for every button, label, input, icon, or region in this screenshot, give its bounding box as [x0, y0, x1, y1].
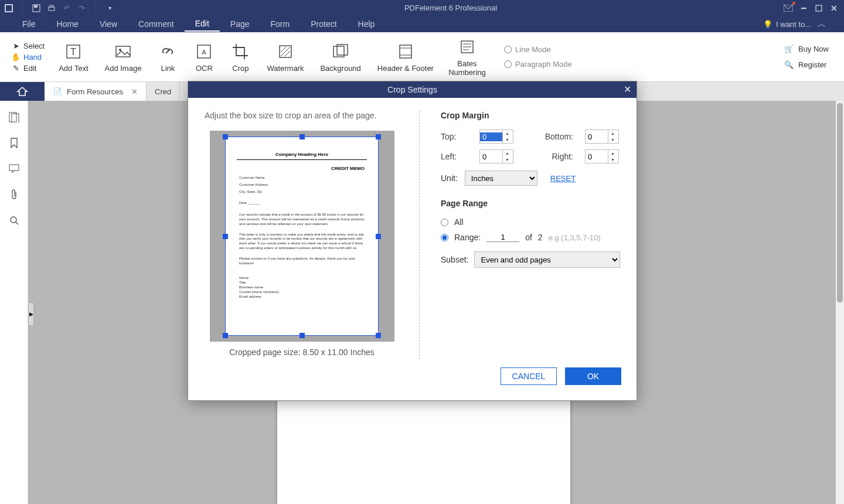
- svg-rect-4: [49, 7, 55, 11]
- spin-down-icon[interactable]: ▼: [503, 156, 512, 163]
- range-of-label: of: [525, 233, 532, 242]
- svg-point-11: [119, 49, 121, 51]
- search-icon[interactable]: [8, 214, 20, 226]
- range-from-input[interactable]: [486, 233, 519, 242]
- menu-page[interactable]: Page: [220, 17, 260, 31]
- line-mode-input[interactable]: [504, 46, 512, 53]
- link-button[interactable]: Link: [149, 39, 186, 75]
- qat-dropdown-icon[interactable]: ▾: [106, 4, 114, 12]
- right-spinner[interactable]: ▲▼: [585, 149, 619, 164]
- dialog-close-button[interactable]: ✕: [621, 83, 633, 95]
- thumbnails-icon[interactable]: [8, 111, 20, 123]
- bates-icon: [457, 37, 477, 57]
- collapse-ribbon-icon[interactable]: ︿: [811, 18, 832, 30]
- menu-edit[interactable]: Edit: [185, 16, 220, 32]
- spin-up-icon[interactable]: ▲: [503, 130, 512, 137]
- range-total: 2: [538, 233, 543, 242]
- crop-button[interactable]: Crop: [222, 39, 258, 75]
- spin-down-icon[interactable]: ▼: [608, 137, 617, 143]
- undo-icon[interactable]: ↶: [63, 4, 71, 12]
- edit-tool[interactable]: ✎Edit: [12, 64, 45, 73]
- hand-tool[interactable]: ✋Hand: [12, 53, 45, 62]
- expand-left-handle[interactable]: ▶: [28, 302, 34, 326]
- range-all-radio[interactable]: [441, 219, 448, 226]
- crop-handle-bl[interactable]: [223, 333, 228, 338]
- paragraph-mode-input[interactable]: [504, 60, 512, 68]
- menu-protect[interactable]: Protect: [300, 17, 347, 31]
- menu-comment[interactable]: Comment: [128, 17, 185, 31]
- range-custom-radio[interactable]: [441, 234, 448, 241]
- background-button[interactable]: Background: [312, 39, 369, 75]
- attachments-icon[interactable]: [8, 189, 20, 200]
- spin-down-icon[interactable]: ▼: [608, 156, 617, 163]
- bates-numbering-button[interactable]: Bates Numbering: [442, 35, 492, 79]
- close-button[interactable]: ✕: [829, 3, 839, 13]
- i-want-to-button[interactable]: 💡 I want to...: [763, 20, 811, 29]
- ocr-button[interactable]: AOCR: [186, 39, 222, 75]
- reset-link[interactable]: RESET: [550, 174, 576, 183]
- comments-icon[interactable]: [8, 163, 20, 175]
- crop-preview[interactable]: Company Heading Here CREDIT MEMO Custome…: [210, 131, 394, 342]
- close-tab-icon[interactable]: ✕: [131, 87, 138, 96]
- bookmark-icon[interactable]: [8, 137, 20, 149]
- tab-form-resources[interactable]: 📄 Form Resources ✕: [45, 82, 147, 101]
- menu-form[interactable]: Form: [260, 17, 301, 31]
- watermark-button[interactable]: Watermark: [258, 39, 312, 75]
- unit-select[interactable]: Inches: [465, 171, 537, 186]
- select-tool[interactable]: ➤Select: [12, 42, 45, 50]
- add-image-button[interactable]: Add Image: [97, 39, 150, 75]
- line-mode-radio[interactable]: Line Mode: [504, 45, 572, 54]
- crop-handle-ml[interactable]: [223, 234, 228, 239]
- buy-now-link[interactable]: 🛒Buy Now: [784, 45, 829, 53]
- link-label: Link: [161, 64, 175, 73]
- crop-handle-tl[interactable]: [223, 134, 228, 139]
- redo-icon[interactable]: ↷: [78, 4, 86, 12]
- add-text-label: Add Text: [59, 64, 88, 73]
- cursor-icon: ➤: [12, 42, 20, 50]
- header-footer-button[interactable]: Header & Footer: [369, 39, 442, 75]
- maximize-button[interactable]: [814, 3, 824, 13]
- menu-home[interactable]: Home: [46, 17, 89, 31]
- svg-rect-10: [116, 46, 130, 57]
- crop-rectangle[interactable]: [225, 137, 379, 336]
- print-icon[interactable]: [47, 4, 56, 12]
- svg-rect-29: [9, 165, 19, 171]
- svg-rect-5: [50, 5, 53, 7]
- left-label: Left:: [441, 152, 468, 161]
- add-text-button[interactable]: TAdd Text: [50, 39, 96, 75]
- crop-handle-mr[interactable]: [376, 234, 381, 239]
- bottom-input[interactable]: [586, 132, 608, 141]
- subset-select[interactable]: Even and odd pages: [474, 251, 620, 268]
- left-spinner[interactable]: ▲▼: [479, 149, 513, 164]
- crop-handle-br[interactable]: [376, 333, 381, 338]
- home-tab[interactable]: [0, 82, 45, 101]
- top-input[interactable]: [480, 132, 502, 141]
- crop-handle-tm[interactable]: [300, 134, 305, 139]
- scrollbar-thumb[interactable]: [837, 103, 843, 302]
- menu-view[interactable]: View: [89, 17, 128, 31]
- header-footer-label: Header & Footer: [377, 64, 434, 73]
- top-spinner[interactable]: ▲▼: [479, 130, 513, 144]
- spin-up-icon[interactable]: ▲: [503, 150, 512, 156]
- vertical-scrollbar[interactable]: [836, 101, 844, 504]
- left-input[interactable]: [480, 152, 502, 161]
- minimize-button[interactable]: ━: [798, 3, 809, 13]
- mail-icon[interactable]: [783, 3, 794, 13]
- spin-up-icon[interactable]: ▲: [608, 150, 617, 156]
- crop-label: Crop: [232, 64, 249, 73]
- register-link[interactable]: 🔍Register: [784, 60, 829, 69]
- ok-button[interactable]: OK: [565, 367, 621, 385]
- menu-file[interactable]: File: [12, 17, 46, 31]
- crop-handle-bm[interactable]: [300, 333, 305, 338]
- spin-down-icon[interactable]: ▼: [503, 137, 512, 143]
- cropped-page-size: Cropped page size: 8.50 x 11.00 Inches: [205, 348, 399, 357]
- crop-handle-tr[interactable]: [376, 134, 381, 139]
- paragraph-mode-radio[interactable]: Paragraph Mode: [504, 60, 572, 69]
- bottom-spinner[interactable]: ▲▼: [585, 130, 619, 144]
- save-icon[interactable]: [32, 4, 40, 12]
- spin-up-icon[interactable]: ▲: [608, 130, 617, 137]
- right-input[interactable]: [586, 152, 608, 161]
- menu-help[interactable]: Help: [348, 17, 386, 31]
- cancel-button[interactable]: CANCEL: [501, 367, 557, 385]
- tab-cred[interactable]: Cred: [147, 82, 180, 101]
